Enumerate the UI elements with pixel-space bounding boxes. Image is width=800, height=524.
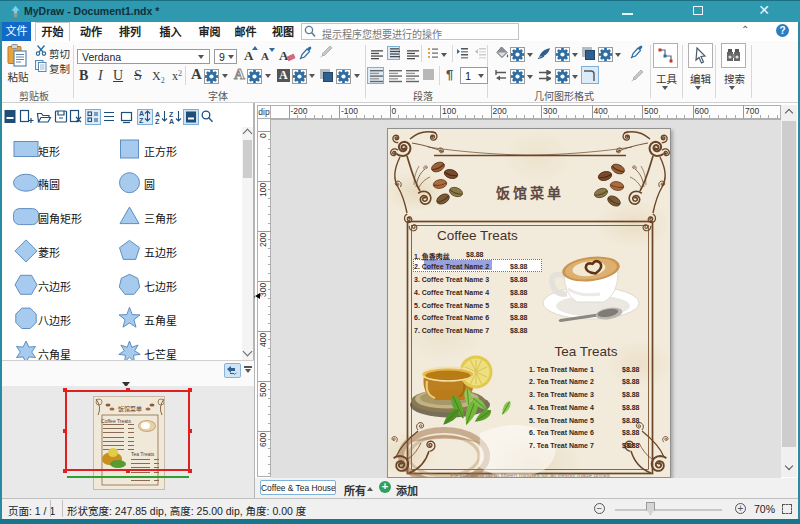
svg-text:Z: Z: [155, 118, 160, 125]
svg-text:Z: Z: [139, 117, 144, 124]
svg-text:A: A: [155, 111, 160, 118]
svg-text:Z: Z: [169, 111, 174, 118]
svg-text:A: A: [139, 110, 144, 117]
svg-text:A: A: [169, 118, 174, 125]
